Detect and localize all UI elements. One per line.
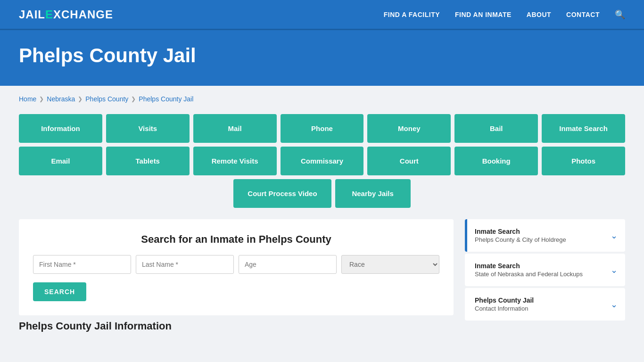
chevron-down-icon-1: ⌄: [611, 265, 618, 275]
btn-information[interactable]: Information: [19, 114, 102, 143]
sidebar-card-text-1: Inmate Search State of Nebraska and Fede…: [475, 262, 583, 278]
race-select[interactable]: Race: [341, 255, 439, 274]
search-icon[interactable]: 🔍: [615, 9, 625, 20]
brand-part3: XCHANGE: [53, 8, 113, 21]
age-input[interactable]: [239, 255, 337, 274]
sidebar-card-text-0: Inmate Search Phelps County & City of Ho…: [475, 228, 566, 243]
sidebar-card-2: Phelps County Jail Contact Information ⌄: [465, 288, 625, 321]
btn-court[interactable]: Court: [367, 147, 451, 175]
btn-court-process-video[interactable]: Court Process Video: [233, 179, 331, 208]
search-fields: Race: [33, 255, 439, 274]
brand-part1: JAIL: [19, 8, 45, 21]
last-name-input[interactable]: [136, 255, 234, 274]
btn-bail[interactable]: Bail: [454, 114, 538, 143]
first-name-input[interactable]: [33, 255, 131, 274]
chevron-down-icon-2: ⌄: [611, 299, 618, 310]
nav-grid-row2: Email Tablets Remote Visits Commissary C…: [19, 147, 625, 175]
btn-photos[interactable]: Photos: [542, 147, 625, 175]
breadcrumb-sep-2: ❯: [78, 96, 83, 102]
brand-part2: E: [45, 8, 53, 21]
page-title: Phelps County Jail: [19, 44, 625, 67]
breadcrumb-current: Phelps County Jail: [139, 95, 193, 103]
sidebar-card-subtitle-0: Phelps County & City of Holdrege: [475, 236, 566, 243]
btn-visits[interactable]: Visits: [106, 114, 190, 143]
search-title: Search for an Inmate in Phelps County: [33, 233, 439, 246]
search-section: Search for an Inmate in Phelps County Ra…: [19, 219, 454, 315]
breadcrumb-home[interactable]: Home: [19, 95, 36, 103]
breadcrumb-sep-3: ❯: [131, 96, 136, 102]
sidebar-card-0: Inmate Search Phelps County & City of Ho…: [465, 219, 625, 252]
hero-section: Phelps County Jail: [0, 30, 644, 86]
sidebar-card-item-2[interactable]: Phelps County Jail Contact Information ⌄: [467, 288, 625, 321]
sidebar-card-title-0: Inmate Search: [475, 228, 566, 235]
btn-booking[interactable]: Booking: [454, 147, 538, 175]
breadcrumb-nebraska[interactable]: Nebraska: [47, 95, 75, 103]
breadcrumb: Home ❯ Nebraska ❯ Phelps County ❯ Phelps…: [19, 95, 625, 103]
breadcrumb-sep-1: ❯: [39, 96, 44, 102]
breadcrumb-phelps-county[interactable]: Phelps County: [85, 95, 128, 103]
search-button[interactable]: SEARCH: [33, 282, 86, 301]
brand-logo[interactable]: JAILEXCHANGE: [19, 8, 113, 21]
btn-nearby-jails[interactable]: Nearby Jails: [335, 179, 411, 208]
sidebar: Inmate Search Phelps County & City of Ho…: [465, 219, 625, 322]
navbar: JAILEXCHANGE FIND A FACILITY FIND AN INM…: [0, 0, 644, 30]
nav-find-facility[interactable]: FIND A FACILITY: [384, 11, 440, 18]
btn-email[interactable]: Email: [19, 147, 102, 175]
nav-about[interactable]: ABOUT: [527, 11, 551, 18]
info-section: Phelps County Jail Information: [19, 320, 454, 332]
btn-inmate-search[interactable]: Inmate Search: [542, 114, 625, 143]
btn-mail[interactable]: Mail: [193, 114, 277, 143]
sidebar-card-item-1[interactable]: Inmate Search State of Nebraska and Fede…: [467, 254, 625, 286]
sidebar-card-title-1: Inmate Search: [475, 262, 583, 270]
sidebar-card-item-0[interactable]: Inmate Search Phelps County & City of Ho…: [467, 219, 625, 252]
sidebar-card-subtitle-1: State of Nebraska and Federal Lockups: [475, 271, 583, 278]
chevron-down-icon-0: ⌄: [611, 230, 618, 241]
btn-commissary[interactable]: Commissary: [281, 147, 364, 175]
btn-tablets[interactable]: Tablets: [106, 147, 190, 175]
content-area: Home ❯ Nebraska ❯ Phelps County ❯ Phelps…: [0, 86, 644, 351]
nav-contact[interactable]: CONTACT: [566, 11, 600, 18]
main-layout: Search for an Inmate in Phelps County Ra…: [19, 219, 625, 332]
btn-phone[interactable]: Phone: [281, 114, 364, 143]
btn-money[interactable]: Money: [367, 114, 451, 143]
btn-remote-visits[interactable]: Remote Visits: [193, 147, 277, 175]
sidebar-card-title-2: Phelps County Jail: [475, 296, 534, 304]
sidebar-card-subtitle-2: Contact Information: [475, 305, 534, 312]
nav-grid-row1: Information Visits Mail Phone Money Bail…: [19, 114, 625, 143]
nav-grid-row3: Court Process Video Nearby Jails: [19, 179, 625, 208]
nav-links: FIND A FACILITY FIND AN INMATE ABOUT CON…: [384, 9, 625, 20]
sidebar-card-text-2: Phelps County Jail Contact Information: [475, 296, 534, 312]
nav-find-inmate[interactable]: FIND AN INMATE: [455, 11, 512, 18]
left-column: Search for an Inmate in Phelps County Ra…: [19, 219, 454, 332]
info-title: Phelps County Jail Information: [19, 320, 454, 332]
sidebar-card-1: Inmate Search State of Nebraska and Fede…: [465, 254, 625, 286]
